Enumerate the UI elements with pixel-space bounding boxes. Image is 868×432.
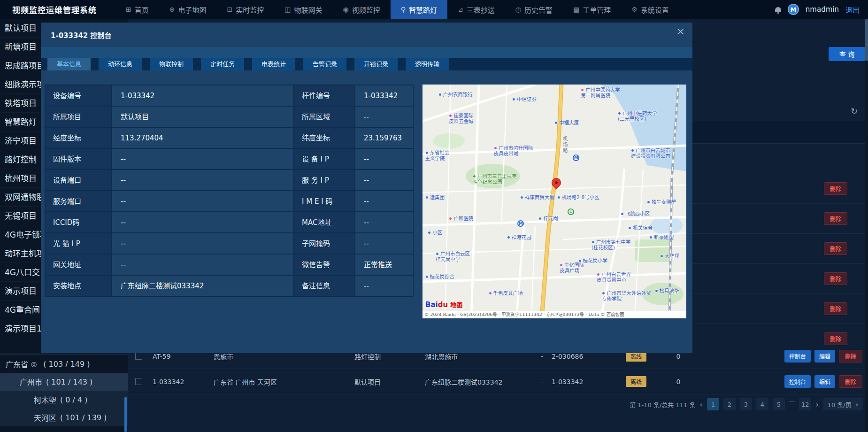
poi-dot-icon [621, 212, 624, 216]
page-2[interactable]: 2 [723, 398, 736, 410]
avatar[interactable]: M [788, 4, 799, 15]
nav-item-物联网关[interactable]: ◫物联网关 [274, 0, 332, 19]
tab-开锁记录[interactable]: 开锁记录 [354, 58, 398, 70]
page-5[interactable]: 5 [773, 398, 785, 410]
map-poi-label: 中福大厦 [554, 120, 579, 125]
console-button[interactable]: 控制台 [784, 375, 811, 388]
nav-item-label: 系统设置 [641, 5, 669, 15]
row-actions: 控制台编辑删除 [697, 375, 868, 388]
poi-dot-icon [520, 196, 523, 199]
tab-定时任务[interactable]: 定时任务 [201, 58, 244, 70]
poi-dot-icon [449, 114, 452, 117]
map-poi-label: 大华坪 [660, 253, 680, 259]
info-value: -- [355, 106, 414, 127]
nav-item-工单管理[interactable]: ▤工单管理 [563, 0, 621, 19]
delete-button[interactable]: 删除 [824, 332, 847, 345]
close-icon[interactable]: × [676, 25, 685, 37]
nav-item-三表抄送[interactable]: ⊿三表抄送 [447, 0, 505, 19]
query-button[interactable]: 查 询 [829, 47, 865, 61]
next-page-arrow[interactable]: › [815, 400, 818, 409]
nav-item-视频监控[interactable]: ◉视频监控 [333, 0, 391, 19]
meter-icon: ⊿ [458, 6, 463, 13]
delete-button[interactable]: 删除 [824, 302, 847, 315]
info-value: 广东纽脉二楼测试033342 [112, 275, 294, 296]
sidebar-scrollbar[interactable] [124, 397, 127, 432]
tab-基本信息[interactable]: 基本信息 [47, 58, 91, 70]
row-pole-id: 1-033342 [552, 378, 613, 386]
table-row: 1-033342广东省 广州市 天河区默认项目广东纽脉二楼测试033342-1-… [124, 369, 868, 394]
map-poi-label: 机场路2-8号小区 [557, 194, 599, 200]
tab-透明传输[interactable]: 透明传输 [406, 58, 449, 70]
row-address: 广东纽脉二楼测试033342 [425, 377, 533, 386]
poi-dot-icon [425, 151, 429, 154]
delete-button[interactable]: 删除 [824, 212, 847, 225]
tab-物联控制[interactable]: 物联控制 [150, 58, 193, 70]
nav-item-系统设置[interactable]: ⚙系统设置 [621, 0, 679, 19]
poi-dot-icon [581, 88, 584, 92]
tab-动环信息[interactable]: 动环信息 [99, 58, 142, 70]
logout-link[interactable]: 退出 [845, 5, 860, 15]
row-checkbox-cell [124, 378, 153, 385]
info-label: MAC地址 [294, 212, 355, 233]
info-value: -- [112, 233, 294, 254]
info-label: 设备编号 [45, 85, 112, 106]
refresh-icon[interactable]: ↻ [851, 106, 858, 116]
region-row-柯木塱[interactable]: 柯木塱( 0 / 4 ) [0, 391, 128, 409]
nav-item-电子地图[interactable]: ⊕电子地图 [159, 0, 217, 19]
page-12[interactable]: 12 [799, 398, 811, 410]
page-3[interactable]: 3 [740, 398, 752, 410]
delete-button[interactable]: 删除 [839, 375, 862, 388]
metro-line1-icon: ① [568, 208, 574, 215]
region-row-天河区[interactable]: 天河区( 101 / 139 ) [0, 409, 128, 426]
checkbox[interactable] [135, 378, 142, 385]
baidu-logo-du: du [438, 301, 448, 309]
region-row-广东省[interactable]: 广东省◎( 103 / 149 ) [0, 355, 128, 373]
edit-button[interactable]: 编辑 [814, 375, 835, 388]
nav-item-智慧路灯[interactable]: ⚲智慧路灯 [391, 0, 447, 19]
poi-dot-icon [473, 175, 476, 178]
bell-icon[interactable] [775, 7, 781, 12]
page-size-value: 10 条/页 [828, 400, 852, 409]
poi-dot-icon [660, 255, 663, 258]
page-scrollbar[interactable] [865, 19, 868, 432]
delete-button[interactable]: 删除 [824, 272, 847, 285]
baidu-logo: Baidu 地图 [425, 300, 462, 309]
prev-page-arrow[interactable]: ‹ [699, 400, 702, 409]
nav-item-实时监控[interactable]: ⊡实时监控 [217, 0, 275, 19]
row-alarm-count: 0 [660, 378, 697, 386]
console-button[interactable]: 控制台 [784, 350, 811, 363]
nav-right: M nmadmin 退出 [775, 4, 868, 15]
info-value: -- [355, 148, 414, 170]
row-device-id: 1-033342 [153, 378, 214, 386]
page-1[interactable]: 1 [707, 398, 719, 410]
info-value: -- [112, 254, 294, 275]
poi-dot-icon [449, 217, 452, 220]
baidu-map[interactable]: 广州农商银行中信证券广州中医药大学 第一附属医院佳豪国际 皮料五金城中福大厦广州… [422, 85, 686, 318]
checkbox[interactable] [135, 353, 142, 360]
region-row-广州市[interactable]: 广州市( 101 / 143 ) [0, 373, 128, 391]
info-label: 经度坐标 [45, 127, 112, 148]
page-size-select[interactable]: 10 条/页 ∨ [823, 398, 863, 410]
nav-item-label: 智慧路灯 [409, 5, 437, 15]
info-label: 网关地址 [45, 254, 112, 275]
map-poi-label: 广州市白云城市 建设投资有限公司 [631, 147, 670, 159]
info-value: -- [355, 191, 414, 212]
info-label: 服务端口 [45, 191, 112, 212]
map-poi-label: 广州市第七中学 (桂花校区) [591, 239, 631, 250]
tab-电表统计[interactable]: 电表统计 [252, 58, 295, 70]
info-label: 设备端口 [45, 170, 112, 191]
delete-button[interactable]: 删除 [839, 350, 862, 363]
top-nav: 视频监控运维管理系统 ⊞首页⊕电子地图⊡实时监控◫物联网关◉视频监控⚲智慧路灯⊿… [0, 0, 868, 19]
nav-item-历史告警[interactable]: ◷历史告警 [505, 0, 563, 19]
page-4[interactable]: 4 [756, 398, 768, 410]
tab-告警记录[interactable]: 告警记录 [303, 58, 346, 70]
info-label: ICCID码 [45, 212, 112, 233]
edit-button[interactable]: 编辑 [814, 350, 835, 363]
delete-button[interactable]: 删除 [824, 182, 847, 195]
delete-button[interactable]: 删除 [824, 242, 847, 255]
nav-item-首页[interactable]: ⊞首页 [115, 0, 159, 19]
map-poi-label: 运集团 [425, 194, 445, 200]
scrollbar-thumb[interactable] [865, 19, 868, 61]
map-poi-label: 梓元岗 [538, 216, 558, 221]
info-label: 设 备 I P [294, 148, 355, 170]
